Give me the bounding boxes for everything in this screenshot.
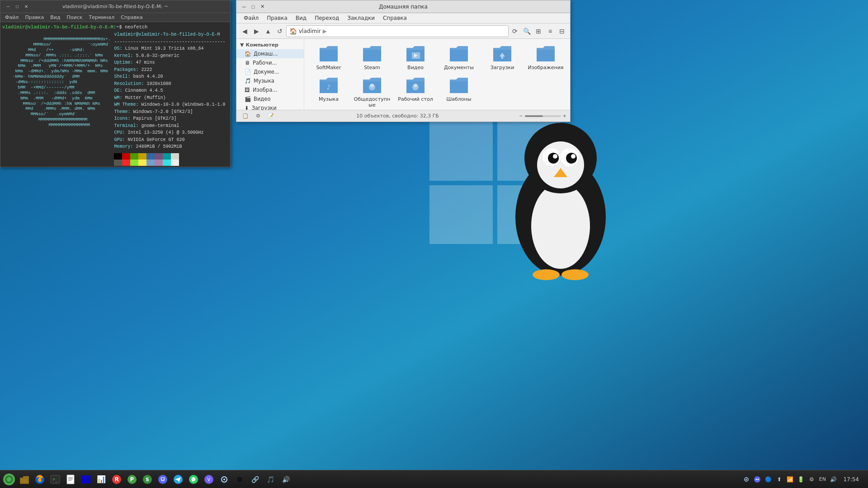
svg-point-57 — [746, 479, 747, 480]
taskbar-mc[interactable] — [79, 472, 93, 487]
folder-public[interactable]: Общедоступные — [351, 74, 393, 110]
sidebar-item-desktop[interactable]: 🖥 Рабочи... — [236, 58, 304, 67]
taskbar-right: 🔵 ⬆ 📶 🔋 ⚙ EN 🔊 17:54 — [742, 472, 866, 487]
sidebar-item-pictures[interactable]: 🖼 Изобра... — [236, 85, 304, 94]
sidebar-item-documents[interactable]: 📄 Докуме... — [236, 67, 304, 76]
taskbar-app18[interactable]: 🔗 — [248, 472, 262, 487]
taskbar: >_ 📊 R — [0, 470, 868, 488]
svg-point-54 — [223, 479, 225, 480]
terminal-menu-view[interactable]: Вид — [47, 14, 63, 21]
fm-status-btn1[interactable]: 📋 — [240, 111, 251, 122]
taskbar-steam[interactable] — [217, 472, 231, 487]
terminal-close-btn[interactable]: ✕ — [22, 3, 30, 11]
zoom-slider[interactable] — [525, 115, 561, 117]
taskbar-discord[interactable] — [156, 472, 170, 487]
folder-steam[interactable]: Steam — [351, 42, 393, 72]
terminal-maximize-btn[interactable]: □ — [13, 3, 21, 11]
tray-steam[interactable] — [742, 472, 751, 487]
tray-volume[interactable]: 🔊 — [829, 472, 838, 487]
fm-status-btn3[interactable]: 📝 — [265, 111, 276, 122]
fm-minimize-btn[interactable]: ─ — [240, 3, 248, 11]
taskbar-app19[interactable]: 🎵 — [263, 472, 278, 487]
svg-point-26 — [414, 84, 417, 87]
zoom-out-icon: − — [519, 113, 523, 118]
terminal-menu-help[interactable]: Справка — [118, 14, 145, 21]
tray-battery[interactable]: 🔋 — [796, 472, 805, 487]
fm-forward-btn[interactable]: ▶ — [251, 26, 262, 37]
fm-status-text: 10 объектов, свободно: 32,3 ГБ — [356, 113, 439, 119]
terminal-content[interactable]: vladimir@vladimir-To-be-filled-by-O-E-M:… — [0, 22, 230, 167]
folder-label-public: Общедоступные — [353, 96, 391, 108]
sidebar-item-video[interactable]: 🎬 Видео — [236, 94, 304, 103]
tray-settings[interactable]: ⚙ — [807, 472, 816, 487]
folder-documents[interactable]: Документы — [438, 42, 480, 72]
folder-video[interactable]: Видео — [395, 42, 436, 72]
taskbar-app20[interactable]: 🔊 — [278, 472, 293, 487]
taskbar-terminal[interactable]: >_ — [48, 472, 62, 487]
fm-extra-view-btn[interactable]: ⊟ — [557, 26, 567, 37]
taskbar-telegram[interactable] — [171, 472, 185, 487]
fm-close-btn[interactable]: ✕ — [258, 3, 266, 11]
sidebar-item-music[interactable]: 🎵 Музыка — [236, 76, 304, 85]
collapse-icon: ▼ — [240, 42, 244, 48]
tray-network[interactable]: 📶 — [785, 472, 794, 487]
terminal-menu-search[interactable]: Поиск — [64, 14, 85, 21]
terminal-menu-terminal[interactable]: Терминал — [86, 14, 117, 21]
tray-discord[interactable] — [753, 472, 762, 487]
svg-point-17 — [561, 269, 589, 280]
folder-templates[interactable]: Шаблоны — [438, 74, 480, 110]
taskbar-apps: >_ 📊 R — [2, 472, 293, 487]
fm-menu-edit[interactable]: Правка — [263, 14, 291, 22]
fm-menu-go[interactable]: Переход — [311, 14, 343, 22]
folder-label-documents: Документы — [444, 65, 474, 70]
fm-up-btn[interactable]: ▲ — [263, 26, 274, 37]
fm-list-view-btn[interactable]: ≡ — [545, 26, 556, 37]
terminal-minimize-btn[interactable]: ─ — [4, 3, 12, 11]
fm-maximize-btn[interactable]: □ — [249, 3, 257, 11]
terminal-title: vladimir@vladimir-To-be-filled-by-O-E-M:… — [30, 4, 200, 9]
fm-path-bar[interactable]: 🏠 vladimir ▶ — [286, 25, 509, 37]
terminal-menu-file[interactable]: Файл — [2, 14, 21, 21]
fm-menu-view[interactable]: Вид — [292, 14, 310, 22]
taskbar-nemo[interactable] — [17, 472, 32, 487]
taskbar-clock[interactable]: 17:54 — [840, 476, 863, 483]
folder-images[interactable]: Изображения — [525, 42, 566, 72]
fm-grid-view-btn[interactable]: ⊞ — [533, 26, 544, 37]
fm-view-reload-btn[interactable]: ⟳ — [509, 26, 520, 37]
sidebar-item-downloads[interactable]: ⬇ Загрузки — [236, 103, 304, 110]
filemanager-titlebar: ─ □ ✕ Домашняя папка — [236, 0, 570, 13]
taskbar-text-editor[interactable] — [63, 472, 78, 487]
fm-menu-file[interactable]: Файл — [240, 14, 262, 22]
folder-downloads[interactable]: Загрузки — [481, 42, 523, 72]
folder-label-downloads: Загрузки — [491, 65, 514, 70]
taskbar-firefox[interactable] — [33, 472, 47, 487]
fm-search-btn[interactable]: 🔍 — [521, 26, 532, 37]
taskbar-viber[interactable]: V — [202, 472, 216, 487]
filemanager-content: ▼ Компьютер 🏠 Домаш... 🖥 Рабочи... 📄 Док… — [236, 39, 570, 110]
taskbar-mint-menu[interactable] — [2, 472, 16, 487]
taskbar-app-green[interactable]: P — [125, 472, 139, 487]
taskbar-app-s[interactable]: S — [140, 472, 155, 487]
filemanager-statusbar: 📋 ⚙ 📝 10 объектов, свободно: 32,3 ГБ − + — [236, 110, 570, 122]
sidebar-item-home[interactable]: 🏠 Домаш... — [236, 49, 304, 58]
sidebar-section-label: Компьютер — [245, 42, 278, 48]
sidebar-label-home: Домаш... — [254, 51, 278, 57]
folder-music[interactable]: ♪ Музыка — [308, 74, 349, 110]
tray-keyboard-layout[interactable]: EN — [818, 472, 827, 487]
fm-back-btn[interactable]: ◀ — [239, 26, 250, 37]
folder-desktop[interactable]: Рабочий стол — [395, 74, 436, 110]
taskbar-app-red[interactable]: R — [109, 472, 124, 487]
folder-softmaker[interactable]: SoftMaker — [308, 42, 349, 72]
tray-app3[interactable]: 🔵 — [764, 472, 773, 487]
taskbar-app-calc[interactable]: 📊 — [94, 472, 108, 487]
fm-reload-btn[interactable]: ↺ — [274, 26, 285, 37]
terminal-menu-edit[interactable]: Правка — [22, 14, 47, 21]
fm-menu-help[interactable]: Справка — [379, 14, 410, 22]
taskbar-whatsapp[interactable] — [186, 472, 201, 487]
svg-point-29 — [7, 477, 11, 482]
svg-rect-40 — [86, 475, 90, 483]
fm-status-btn2[interactable]: ⚙ — [253, 111, 264, 122]
tray-app4[interactable]: ⬆ — [774, 472, 783, 487]
taskbar-app17[interactable]: ⚙️ — [232, 472, 247, 487]
fm-menu-bookmarks[interactable]: Закладки — [344, 14, 378, 22]
